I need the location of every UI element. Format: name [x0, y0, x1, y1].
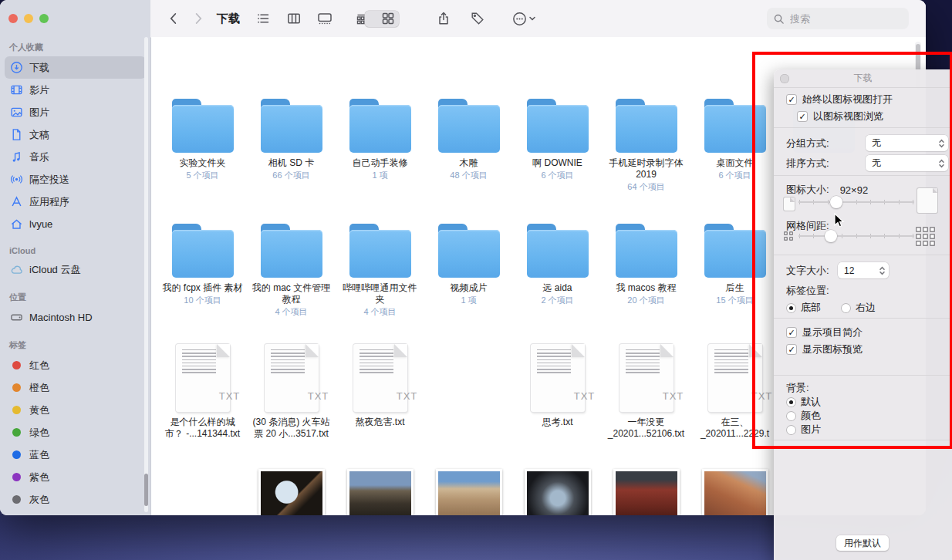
- forward-button[interactable]: [186, 7, 211, 30]
- file-item[interactable]: DSC07952.JPG: [247, 469, 336, 515]
- txt-file-icon: TXT: [176, 344, 230, 412]
- file-item[interactable]: TXT 在三、_202011...2229.t: [690, 344, 779, 440]
- panel-title: 下载: [774, 69, 952, 88]
- sidebar-item-tag-orange[interactable]: 橙色: [5, 376, 146, 399]
- sidebar-item-tag-red[interactable]: 红色: [5, 354, 146, 376]
- file-item[interactable]: 木雕 48 个项目: [424, 99, 513, 192]
- file-item[interactable]: TXT 一年没更 _20201...52106.txt: [602, 344, 690, 440]
- file-item[interactable]: 桌面文件 6 个项目: [690, 99, 779, 192]
- minimize-window-button[interactable]: [24, 14, 33, 23]
- share-button[interactable]: [431, 7, 456, 30]
- sidebar-item-tag-blue[interactable]: 蓝色: [5, 444, 146, 466]
- radio-label: 图片: [801, 423, 821, 437]
- label-position-label: 标签位置:: [786, 284, 829, 298]
- column-view-button[interactable]: [282, 7, 306, 30]
- folder-icon: [170, 224, 235, 278]
- sidebar-item-label: 隔空投送: [29, 173, 69, 187]
- photo-thumbnail: [702, 469, 768, 515]
- gallery-view-button[interactable]: [312, 7, 337, 30]
- tag-color-dot: [12, 383, 21, 392]
- window-title: 下载: [217, 12, 240, 26]
- close-window-button[interactable]: [8, 14, 18, 23]
- list-view-button[interactable]: [251, 7, 275, 30]
- checkbox-label: 显示项目简介: [802, 326, 863, 339]
- sidebar-item-documents[interactable]: 文稿: [5, 123, 146, 146]
- zoom-window-button[interactable]: [39, 14, 49, 23]
- sidebar-item-label: 蓝色: [29, 448, 49, 462]
- file-item[interactable]: 后生 15 个项目: [690, 224, 779, 317]
- item-count: 6 个项目: [513, 170, 602, 180]
- grid-spacing-slider[interactable]: [798, 230, 914, 242]
- search-field[interactable]: [767, 8, 909, 29]
- text-size-select[interactable]: 12: [838, 262, 889, 278]
- file-item[interactable]: 我 macos 教程 20 个项目: [602, 224, 690, 317]
- group-by-select[interactable]: 无: [866, 135, 948, 151]
- sidebar-item-music[interactable]: 音乐: [5, 146, 146, 168]
- panel-close-button[interactable]: [780, 74, 789, 83]
- icon-size-slider[interactable]: [798, 196, 914, 208]
- file-item[interactable]: TXT 思考.txt: [513, 344, 602, 440]
- file-name: 思考.txt: [516, 417, 599, 428]
- file-item[interactable]: DSC07968.JPG: [336, 469, 424, 515]
- file-item[interactable]: TXT (30 条消息) 火车站票 20 小...3517.txt: [247, 344, 336, 440]
- file-item[interactable]: DSC08000.JPG: [690, 469, 779, 515]
- radio-unselected-icon[interactable]: [786, 425, 796, 435]
- film-icon: [10, 83, 23, 96]
- file-item[interactable]: DSC07989.JPG: [424, 469, 513, 515]
- sidebar-item-icloud-drive[interactable]: iCloud 云盘: [5, 258, 146, 281]
- tag-button[interactable]: [465, 7, 490, 30]
- sidebar-item-movies[interactable]: 影片: [5, 79, 146, 101]
- icon-view-button[interactable]: [365, 11, 399, 27]
- file-item[interactable]: TXT 熬夜危害.txt: [336, 344, 424, 440]
- sidebar-item-downloads[interactable]: 下载: [5, 56, 146, 79]
- file-item[interactable]: 我的 mac 文件管理教程 4 个项目: [247, 224, 336, 317]
- sidebar-item-pictures[interactable]: 图片: [5, 101, 146, 123]
- file-item[interactable]: DSC07991.JPG: [513, 469, 602, 515]
- file-item[interactable]: 远 aida 2 个项目: [513, 224, 602, 317]
- file-name: 是个什么样的城市？ -...141344.txt: [161, 417, 244, 440]
- txt-file-icon: TXT: [265, 344, 319, 412]
- sidebar-item-tag-yellow[interactable]: 黄色: [5, 399, 146, 421]
- text-size-value: 12: [844, 265, 854, 276]
- radio-unselected-icon[interactable]: [841, 303, 851, 313]
- checkbox-checked-icon[interactable]: ✓: [786, 327, 797, 338]
- icon-size-slider-thumb[interactable]: [830, 196, 842, 208]
- tag-color-dot: [12, 406, 21, 414]
- file-item[interactable]: DSC07999.JPG: [602, 469, 690, 515]
- file-item[interactable]: 视频成片 1 项: [424, 224, 513, 317]
- file-item[interactable]: 啊 DOWNIE 6 个项目: [513, 99, 602, 192]
- airdrop-icon: [10, 173, 23, 186]
- sidebar-scrollbar[interactable]: [144, 37, 148, 512]
- radio-unselected-icon[interactable]: [786, 411, 796, 421]
- sidebar-item-tag-green[interactable]: 绿色: [5, 421, 146, 444]
- grid-spacing-slider-thumb[interactable]: [825, 230, 837, 242]
- file-item[interactable]: 自己动手装修 1 项: [336, 99, 424, 192]
- file-item[interactable]: 手机延时录制字体 2019 64 个项目: [602, 99, 690, 192]
- small-grid-spacing-glyph: [784, 231, 793, 241]
- search-input[interactable]: [788, 12, 884, 25]
- sidebar-item-tag-purple[interactable]: 紫色: [5, 466, 146, 488]
- sidebar-item-airdrop[interactable]: 隔空投送: [5, 168, 146, 191]
- file-name: (30 条消息) 火车站票 20 小...3517.txt: [250, 417, 333, 440]
- file-item[interactable]: TXT 是个什么样的城市？ -...141344.txt: [158, 344, 247, 440]
- file-item[interactable]: 实验文件夹 5 个项目: [158, 99, 247, 192]
- radio-selected-icon[interactable]: [786, 303, 796, 313]
- file-item[interactable]: 哔哩哔哩通用文件夹 4 个项目: [336, 224, 424, 317]
- file-item[interactable]: 相机 SD 卡 66 个项目: [247, 99, 336, 192]
- radio-selected-icon[interactable]: [786, 397, 796, 407]
- sidebar-item-applications[interactable]: 应用程序: [5, 191, 146, 213]
- use-as-default-button[interactable]: 用作默认: [836, 535, 889, 551]
- back-button[interactable]: [161, 7, 186, 30]
- sort-by-select[interactable]: 无: [866, 155, 948, 171]
- checkbox-checked-icon[interactable]: ✓: [797, 111, 808, 122]
- txt-badge: TXT: [646, 390, 700, 402]
- more-actions-button[interactable]: [504, 7, 544, 30]
- file-item[interactable]: 我的 fcpx 插件 素材 10 个项目: [158, 224, 247, 317]
- sidebar-item-home[interactable]: lvyue: [5, 213, 146, 235]
- sidebar-item-tag-gray[interactable]: 灰色: [5, 488, 146, 511]
- sidebar-item-all-tags[interactable]: 所有标签: [5, 511, 146, 515]
- checkbox-checked-icon[interactable]: ✓: [786, 94, 797, 105]
- checkbox-checked-icon[interactable]: ✓: [786, 344, 797, 355]
- photo-thumbnail: [525, 469, 591, 515]
- sidebar-item-macintosh-hd[interactable]: Macintosh HD: [5, 306, 146, 329]
